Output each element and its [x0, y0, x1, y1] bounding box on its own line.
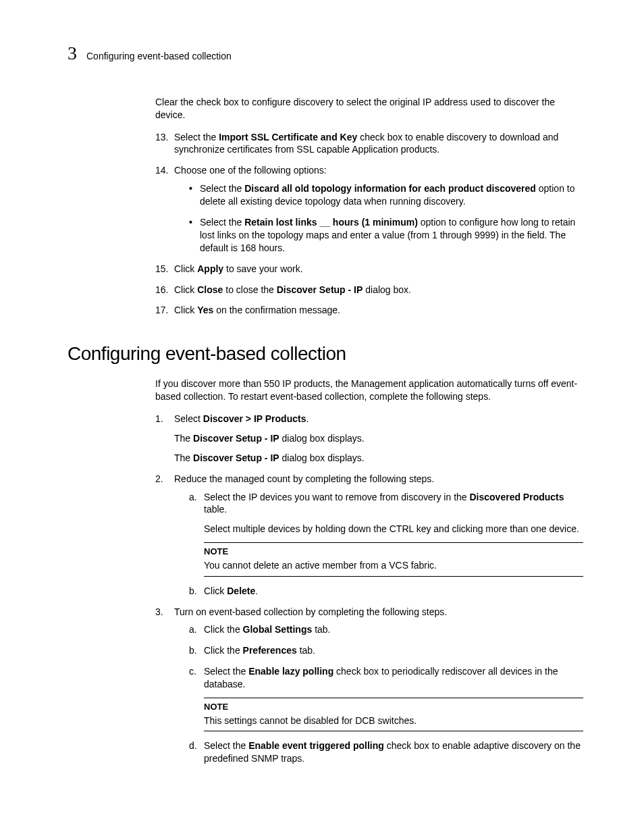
page-header: 3 Configuring event-based collection: [68, 41, 583, 66]
step-2-substeps: a. Select the IP devices you want to rem…: [174, 491, 583, 598]
substep-text: Select the IP devices you want to remove…: [204, 492, 564, 515]
step-2a: a. Select the IP devices you want to rem…: [189, 491, 583, 577]
substep-text: Click the Global Settings tab.: [204, 624, 331, 635]
step-3d: d. Select the Enable event triggered pol…: [189, 739, 583, 765]
step-1-sub-1: The Discover Setup - IP dialog box displ…: [174, 432, 583, 445]
note-block: NOTE This settings cannot be disabled fo…: [204, 698, 583, 731]
note-block: NOTE You cannot delete an active member …: [204, 542, 583, 576]
note-label: NOTE: [204, 701, 583, 713]
intro-paragraph: Clear the check box to configure discove…: [155, 96, 583, 122]
step-15: 15. Click Apply to save your work.: [155, 263, 583, 276]
substep-text: Select the Enable lazy polling check box…: [204, 666, 558, 689]
chapter-title: Configuring event-based collection: [86, 50, 232, 63]
substep-text: Select the Enable event triggered pollin…: [204, 740, 581, 764]
note-body: You cannot delete an active member from …: [204, 560, 437, 571]
step-text: Choose one of the following options:: [174, 165, 327, 176]
step-text: Reduce the managed count by completing t…: [174, 473, 434, 484]
step-number: 17.: [155, 304, 168, 317]
substep-letter: b.: [189, 585, 197, 598]
step-3a: a. Click the Global Settings tab.: [189, 623, 583, 636]
step-text: Select Discover > IP Products.: [174, 413, 308, 424]
substep-text: Click Delete.: [204, 585, 258, 596]
step-number: 3.: [155, 606, 163, 619]
step-text: Click Yes on the confirmation message.: [174, 305, 340, 315]
step-3-substeps: a. Click the Global Settings tab. b. Cli…: [174, 623, 583, 765]
steps-list-lower: 1. Select Discover > IP Products. The Di…: [155, 413, 583, 765]
substep-letter: d.: [189, 739, 197, 752]
body-content: Clear the check box to configure discove…: [68, 96, 583, 317]
options-list: Select the Discard all old topology info…: [174, 182, 583, 254]
section-content: If you discover more than 550 IP product…: [68, 377, 583, 765]
step-14: 14. Choose one of the following options:…: [155, 164, 583, 254]
step-text: Turn on event-based collection by comple…: [174, 606, 447, 617]
section-heading: Configuring event-based collection: [68, 341, 583, 367]
chapter-number: 3: [68, 41, 77, 66]
step-text: Select the Import SSL Certificate and Ke…: [174, 132, 558, 155]
step-number: 13.: [155, 131, 168, 144]
step-13: 13. Select the Import SSL Certificate an…: [155, 131, 583, 157]
step-number: 15.: [155, 263, 168, 276]
step-3: 3. Turn on event-based collection by com…: [155, 606, 583, 766]
substep-letter: a.: [189, 491, 197, 504]
step-number: 16.: [155, 284, 168, 296]
step-3c: c. Select the Enable lazy polling check …: [189, 665, 583, 731]
option-discard: Select the Discard all old topology info…: [189, 182, 583, 208]
substep-letter: b.: [189, 644, 197, 657]
step-17: 17. Click Yes on the confirmation messag…: [155, 304, 583, 317]
substep-text: Click the Preferences tab.: [204, 645, 315, 656]
note-body: This settings cannot be disabled for DCB…: [204, 715, 417, 726]
step-text: Click Apply to save your work.: [174, 263, 303, 274]
steps-list-upper: 13. Select the Import SSL Certificate an…: [155, 131, 583, 317]
step-2: 2. Reduce the managed count by completin…: [155, 473, 583, 598]
step-3b: b. Click the Preferences tab.: [189, 644, 583, 657]
note-label: NOTE: [204, 546, 583, 558]
substep-letter: a.: [189, 623, 197, 636]
step-1-sub-2: The Discover Setup - IP dialog box displ…: [174, 452, 583, 465]
step-2a-sub: Select multiple devices by holding down …: [204, 523, 583, 536]
step-2b: b. Click Delete.: [189, 585, 583, 598]
step-text: Click Close to close the Discover Setup …: [174, 284, 411, 295]
step-number: 14.: [155, 164, 168, 177]
step-16: 16. Click Close to close the Discover Se…: [155, 284, 583, 296]
step-1: 1. Select Discover > IP Products. The Di…: [155, 413, 583, 465]
section-intro: If you discover more than 550 IP product…: [155, 377, 583, 403]
substep-letter: c.: [189, 665, 196, 678]
option-retain: Select the Retain lost links __ hours (1…: [189, 216, 583, 255]
step-number: 2.: [155, 473, 163, 486]
step-number: 1.: [155, 413, 163, 425]
